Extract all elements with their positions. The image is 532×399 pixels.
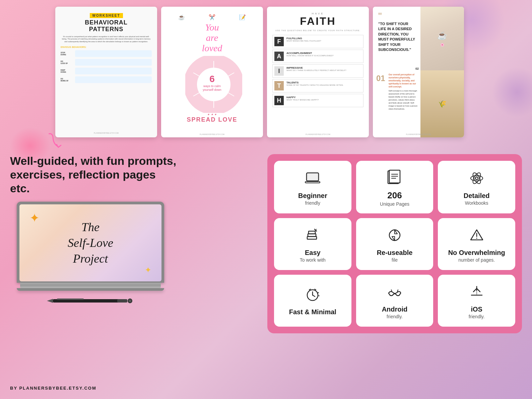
preview-card-loved: ☕✂️📝 Youareloved 6 ways to calmyourself … bbox=[161, 7, 263, 137]
svg-point-31 bbox=[476, 238, 477, 239]
easy-title: Easy bbox=[305, 249, 321, 257]
pen-area bbox=[10, 297, 171, 304]
svg-point-24 bbox=[471, 176, 483, 181]
faith-rows: F FULFILLING WHAT MAKES ME FEEL FULFILLE… bbox=[272, 35, 363, 107]
envious-label: ENVIOUS BEHAVIORS: bbox=[61, 46, 152, 48]
beginner-title: Beginner bbox=[298, 192, 327, 200]
laptop-text: The Self-Love Project bbox=[68, 219, 113, 266]
preview-strip: WORKSHEET BEHAVIORALPATTERNS It's crucia… bbox=[55, 7, 464, 137]
laptop-screen-outer: ✦ The Self-Love Project ✦ bbox=[17, 202, 164, 283]
svg-line-41 bbox=[477, 288, 480, 292]
spread-love: ✦ ✦ ✦ SPREAD LOVE bbox=[167, 113, 258, 123]
laptop-icon bbox=[305, 170, 321, 188]
faith-title: FAITH bbox=[272, 15, 363, 27]
card4-bottom-section: 01 Our overall perception of ourselves-p… bbox=[373, 70, 464, 137]
laptop-container: ✦ The Self-Love Project ✦ bbox=[10, 202, 171, 304]
behavioral-title: BEHAVIORALPATTERNS bbox=[61, 19, 152, 33]
footer: BY PLANNERSBYBEE.ETSY.COM bbox=[10, 386, 96, 391]
card4-top-section: " "TO SHIFT YOUR LIFE IN A DESIRED DIREC… bbox=[373, 7, 464, 70]
clock-icon bbox=[305, 286, 321, 305]
loved-title: Youareloved bbox=[167, 22, 258, 53]
feature-tile-pages: 206 Unique Pages bbox=[356, 161, 434, 213]
atom-icon bbox=[469, 170, 485, 188]
fast-title: Fast & Minimal bbox=[289, 308, 336, 316]
android-title: Android bbox=[382, 305, 408, 313]
laptop-foot bbox=[17, 288, 164, 291]
pages-title: 206 bbox=[387, 190, 402, 201]
left-section: Well-guided, with fun prompts, exercises… bbox=[10, 154, 178, 304]
feature-tile-beginner: Beginner friendly bbox=[274, 161, 351, 213]
page-num-02: 02 bbox=[415, 67, 419, 70]
card4-image-1: ☕ 🌸 bbox=[420, 7, 464, 70]
feature-tile-ios: iOS friendly. bbox=[438, 275, 515, 327]
handshake-icon bbox=[387, 284, 403, 302]
recycle-icon bbox=[387, 227, 403, 245]
worksheet-label: WORKSHEET bbox=[90, 13, 123, 18]
svg-rect-29 bbox=[309, 231, 315, 234]
svg-point-13 bbox=[129, 300, 131, 302]
behavioral-body: It's crucial to comprehend just what pat… bbox=[61, 36, 152, 43]
faith-row-i: I IMPRESSIVE WHAT DO I THINK IS ABSOLUTE… bbox=[272, 64, 363, 78]
faith-subtitle: USE THE QUESTIONS BELOW TO CREATE YOUR F… bbox=[272, 29, 363, 31]
svg-marker-8 bbox=[47, 299, 53, 303]
svg-line-34 bbox=[313, 295, 315, 296]
svg-rect-15 bbox=[307, 174, 318, 180]
feature-tile-easy: Easy To work with bbox=[274, 218, 351, 270]
behavioral-rows: STOPDOING DOLESS OF KEEPDOING DOMORE OF bbox=[61, 50, 152, 83]
detailed-subtitle: Workbooks bbox=[465, 200, 488, 206]
card1-watermark: PLANNNERSBYBEE.ETSY.COM bbox=[55, 132, 157, 134]
laptop-screen: ✦ The Self-Love Project ✦ bbox=[19, 204, 161, 281]
svg-line-35 bbox=[309, 289, 311, 290]
quote-text: "TO SHIFT YOUR LIFE IN A DESIRED DIRECTI… bbox=[378, 21, 415, 52]
body-text: Self-concept is a more thorough assessme… bbox=[389, 89, 418, 111]
feature-tile-android: Android friendly. bbox=[356, 275, 434, 327]
sparkle-br: ✦ bbox=[145, 265, 151, 275]
card2-decorations: ☕✂️📝 bbox=[167, 14, 258, 20]
ios-icon bbox=[469, 284, 485, 302]
blob-decoration-2 bbox=[492, 67, 532, 117]
row-keep-doing: KEEPDOING bbox=[61, 68, 152, 74]
nooverwhelming-title: No Overwhelming bbox=[448, 249, 505, 257]
feature-grid-container: Beginner friendly 206 Unique Pages bbox=[267, 154, 522, 333]
quote-block: " "TO SHIFT YOUR LIFE IN A DESIRED DIREC… bbox=[373, 7, 420, 70]
row-do-more: DOMORE OF bbox=[61, 76, 152, 83]
feature-tile-nooverwhelming: No Overwhelming number of pages. bbox=[438, 218, 515, 270]
card3-watermark: PLANNNERSBYBEE.ETSY.COM bbox=[267, 133, 369, 135]
ios-subtitle: friendly. bbox=[469, 314, 485, 319]
feature-tile-detailed: Detailed Workbooks bbox=[438, 161, 515, 213]
preview-card-faith: HAVE FAITH USE THE QUESTIONS BELOW TO CR… bbox=[267, 7, 369, 137]
svg-line-40 bbox=[473, 288, 477, 292]
svg-rect-16 bbox=[305, 182, 320, 183]
page-num-01: 01 bbox=[373, 70, 389, 137]
preview-card-behavioral: WORKSHEET BEHAVIORALPATTERNS It's crucia… bbox=[55, 7, 157, 137]
svg-rect-17 bbox=[310, 181, 315, 182]
pen-svg bbox=[47, 297, 134, 304]
reuseable-subtitle: file bbox=[392, 257, 398, 263]
card4-watermark: PLANNNERSBYBEE.ETSY.COM bbox=[373, 133, 464, 135]
svg-line-36 bbox=[315, 289, 316, 290]
preview-card-quote: " "TO SHIFT YOUR LIFE IN A DESIRED DIREC… bbox=[373, 7, 464, 137]
stack-icon bbox=[305, 227, 321, 245]
feature-tile-reuseable: Re-useable file bbox=[356, 218, 434, 270]
row-do-less: DOLESS OF bbox=[61, 59, 152, 66]
calm-wheel: 6 ways to calmyourself down bbox=[185, 56, 239, 110]
orange-text: Our overall perception of ourselves-phys… bbox=[389, 73, 418, 88]
pages-icon bbox=[387, 169, 403, 187]
feature-grid: Beginner friendly 206 Unique Pages bbox=[267, 154, 522, 333]
wheel-center: 6 ways to calmyourself down bbox=[203, 74, 221, 92]
ios-title: iOS bbox=[471, 305, 482, 313]
row-stop-doing: STOPDOING bbox=[61, 50, 152, 57]
svg-point-23 bbox=[475, 177, 478, 180]
nooverwhelming-subtitle: number of pages. bbox=[458, 257, 495, 263]
beginner-subtitle: friendly bbox=[305, 200, 320, 206]
laptop: ✦ The Self-Love Project ✦ bbox=[17, 202, 164, 291]
quote-mark: " bbox=[378, 12, 415, 20]
warning-icon bbox=[469, 227, 485, 245]
detailed-title: Detailed bbox=[464, 192, 490, 200]
svg-rect-10 bbox=[57, 298, 84, 300]
pages-subtitle: Unique Pages bbox=[380, 201, 409, 207]
tagline: Well-guided, with fun prompts, exercises… bbox=[10, 154, 178, 195]
card2-watermark: PLANNNERSBYBEE.ETSY.COM bbox=[161, 133, 263, 135]
laptop-base bbox=[20, 283, 161, 288]
android-subtitle: friendly. bbox=[387, 314, 403, 319]
